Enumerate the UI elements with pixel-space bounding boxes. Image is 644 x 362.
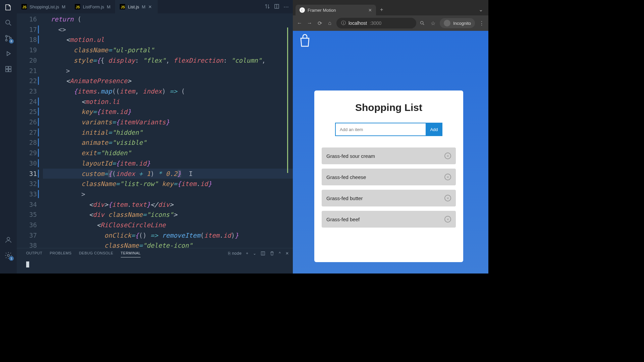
panel-tab-terminal[interactable]: TERMINAL xyxy=(121,251,141,257)
svg-rect-4 xyxy=(6,66,8,69)
tab-label: ShoppingList.js xyxy=(30,4,59,9)
terminal-cursor xyxy=(26,261,29,267)
incognito-badge[interactable]: Incognito xyxy=(440,18,475,28)
minimap[interactable] xyxy=(287,13,288,248)
delete-item-icon[interactable]: ✕ xyxy=(444,153,451,159)
tab-label: ListForm.js xyxy=(83,4,104,9)
tab-title: Framer Motion xyxy=(308,8,336,13)
delete-item-icon[interactable]: ✕ xyxy=(444,216,451,223)
svg-rect-5 xyxy=(9,66,11,69)
list-item[interactable]: Grass-fed butter✕ xyxy=(322,190,456,206)
svg-rect-6 xyxy=(6,69,8,72)
forward-icon[interactable]: → xyxy=(306,20,313,26)
compare-icon[interactable] xyxy=(265,4,270,10)
modified-indicator: M xyxy=(107,4,111,9)
url-host: localhost xyxy=(348,20,367,26)
menu-icon[interactable]: ⋮ xyxy=(478,20,485,26)
more-icon[interactable]: ⋯ xyxy=(283,4,289,10)
terminal[interactable] xyxy=(17,257,293,269)
url-port: :3000 xyxy=(370,20,381,26)
bottom-panel: OUTPUT PROBLEMS DEBUG CONSOLE TERMINAL ⎘… xyxy=(17,248,293,274)
code-content[interactable]: return ( <> <motion.ul className="ul-por… xyxy=(43,13,293,248)
item-text: Grass-fed sour cream xyxy=(326,153,375,159)
settings-badge: 1 xyxy=(9,256,14,261)
list-item[interactable]: Grass-fed cheese✕ xyxy=(322,169,456,185)
close-tab-icon[interactable]: ✕ xyxy=(368,8,372,13)
debug-icon[interactable] xyxy=(4,49,13,58)
item-text: Grass-fed butter xyxy=(326,195,363,201)
js-file-icon: JS xyxy=(75,4,80,9)
editor-area[interactable]: 1617181920212223242526272829303132333435… xyxy=(17,13,293,248)
item-text: Grass-fed cheese xyxy=(326,174,366,180)
extensions-icon[interactable] xyxy=(4,64,13,74)
browser-tabs: ◐ Framer Motion ✕ + ⌄ xyxy=(293,0,488,15)
close-icon[interactable]: ✕ xyxy=(148,4,153,9)
svg-rect-7 xyxy=(9,69,11,72)
browser-window: ◐ Framer Motion ✕ + ⌄ ← → ⟳ ⌂ ⓘ localhos… xyxy=(293,0,488,274)
search-icon[interactable] xyxy=(4,18,13,27)
delete-item-icon[interactable]: ✕ xyxy=(444,174,451,180)
modified-indicator: M xyxy=(142,4,146,9)
source-control-icon[interactable]: 8 xyxy=(4,34,13,43)
shopping-list-card: Shopping List Add Grass-fed sour cream✕G… xyxy=(314,90,463,262)
kill-terminal-icon[interactable] xyxy=(270,251,274,256)
home-icon[interactable]: ⌂ xyxy=(326,20,333,26)
js-file-icon: JS xyxy=(120,4,125,9)
modified-indicator: M xyxy=(62,4,65,9)
svg-point-0 xyxy=(6,20,10,24)
page-content: Shopping List Add Grass-fed sour cream✕G… xyxy=(293,31,488,274)
gear-icon[interactable]: 1 xyxy=(4,251,13,260)
panel-tab-output[interactable]: OUTPUT xyxy=(26,251,42,257)
svg-point-9 xyxy=(7,254,9,256)
new-tab-icon[interactable]: + xyxy=(376,4,387,15)
browser-toolbar: ← → ⟳ ⌂ ⓘ localhost:3000 ☆ Incognito ⋮ xyxy=(293,15,488,31)
panel-tab-problems[interactable]: PROBLEMS xyxy=(50,251,71,257)
tab-list[interactable]: JS List.js M ✕ xyxy=(115,0,157,13)
search-icon[interactable] xyxy=(420,20,426,26)
site-info-icon[interactable]: ⓘ xyxy=(341,20,346,26)
split-terminal-icon[interactable] xyxy=(261,251,265,256)
favicon-icon: ◐ xyxy=(300,7,305,13)
list-item[interactable]: Grass-fed beef✕ xyxy=(322,211,456,228)
tab-actions: ⋯ xyxy=(265,4,293,10)
page-title: Shopping List xyxy=(322,102,456,113)
bookmark-icon[interactable]: ☆ xyxy=(430,20,436,26)
js-file-icon: JS xyxy=(21,4,27,9)
url-bar[interactable]: ⓘ localhost:3000 xyxy=(336,18,416,28)
maximize-panel-icon[interactable]: ^ xyxy=(279,251,281,256)
browser-tab[interactable]: ◐ Framer Motion ✕ xyxy=(296,5,376,15)
add-item-form: Add xyxy=(322,123,456,136)
add-button[interactable]: Add xyxy=(426,123,442,136)
tab-listform[interactable]: JS ListForm.js M xyxy=(70,0,115,13)
svg-point-12 xyxy=(421,21,423,24)
terminal-dropdown-icon[interactable]: ⌄ xyxy=(253,251,257,256)
activity-bar: 8 1 xyxy=(0,0,17,274)
new-terminal-icon[interactable]: + xyxy=(246,251,249,256)
items-list: Grass-fed sour cream✕Grass-fed cheese✕Gr… xyxy=(322,147,456,228)
delete-item-icon[interactable]: ✕ xyxy=(444,195,451,201)
editor-tabs: JS ShoppingList.js M JS ListForm.js M JS… xyxy=(17,0,293,13)
svg-point-1 xyxy=(6,36,7,37)
split-editor-icon[interactable] xyxy=(274,4,279,10)
account-icon[interactable] xyxy=(4,235,13,245)
list-item[interactable]: Grass-fed sour cream✕ xyxy=(322,147,456,164)
incognito-label: Incognito xyxy=(453,21,471,26)
incognito-icon xyxy=(444,20,450,26)
shopping-bag-icon[interactable] xyxy=(299,34,311,47)
panel-tab-debug[interactable]: DEBUG CONSOLE xyxy=(79,251,113,257)
line-gutter: 1617181920212223242526272829303132333435… xyxy=(17,13,43,248)
explorer-icon[interactable] xyxy=(4,3,13,12)
expand-tabs-icon[interactable]: ⌄ xyxy=(476,4,486,15)
shell-select[interactable]: ⎘ node xyxy=(228,251,241,256)
svg-point-2 xyxy=(6,40,7,41)
back-icon[interactable]: ← xyxy=(296,20,303,26)
add-item-input[interactable] xyxy=(335,123,426,136)
reload-icon[interactable]: ⟳ xyxy=(316,20,323,26)
panel-tabs: OUTPUT PROBLEMS DEBUG CONSOLE TERMINAL ⎘… xyxy=(17,248,293,257)
close-panel-icon[interactable]: ✕ xyxy=(285,251,289,256)
scm-badge: 8 xyxy=(9,39,14,44)
tab-shoppinglist[interactable]: JS ShoppingList.js M xyxy=(17,0,70,13)
item-text: Grass-fed beef xyxy=(326,217,360,222)
tab-label: List.js xyxy=(128,4,139,9)
svg-point-8 xyxy=(7,237,10,240)
